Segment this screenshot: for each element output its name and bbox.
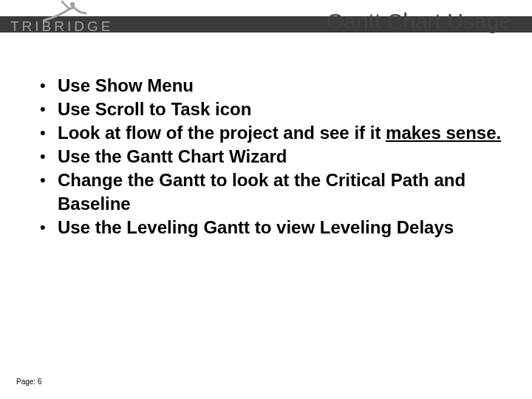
bullet-text: Change the Gantt to look at the Critical… xyxy=(58,170,466,214)
list-item: Use the Leveling Gantt to view Leveling … xyxy=(35,216,502,239)
list-item: Use Scroll to Task icon xyxy=(35,98,502,121)
slide-title: Gantt Chart Usage xyxy=(327,9,511,34)
page-footer: Page: 6 xyxy=(16,378,41,386)
slide-content: Use Show Menu Use Scroll to Task icon Lo… xyxy=(35,74,502,239)
bullet-text: Use the Leveling Gantt to view Leveling … xyxy=(58,217,454,237)
bullet-text: Use Show Menu xyxy=(58,75,194,95)
list-item: Use Show Menu xyxy=(35,74,502,98)
bullet-text: Use the Gantt Chart Wizard xyxy=(58,146,287,166)
list-item: Look at flow of the project and see if i… xyxy=(35,121,502,145)
list-item: Use the Gantt Chart Wizard xyxy=(35,145,502,168)
page-number: Page: 6 xyxy=(16,378,41,386)
brand-name: TRIBRIDGE xyxy=(10,18,113,35)
bullet-text-underline: makes sense. xyxy=(386,123,501,143)
slide-header: TRIBRIDGE Gantt Chart Usage xyxy=(0,0,532,46)
list-item: Change the Gantt to look at the Critical… xyxy=(35,168,502,216)
bullet-list: Use Show Menu Use Scroll to Task icon Lo… xyxy=(35,74,502,239)
svg-point-0 xyxy=(70,2,75,7)
bullet-text: Look at flow of the project and see if i… xyxy=(58,123,386,143)
bullet-text: Use Scroll to Task icon xyxy=(58,99,251,119)
brand-logo: TRIBRIDGE xyxy=(6,0,146,46)
